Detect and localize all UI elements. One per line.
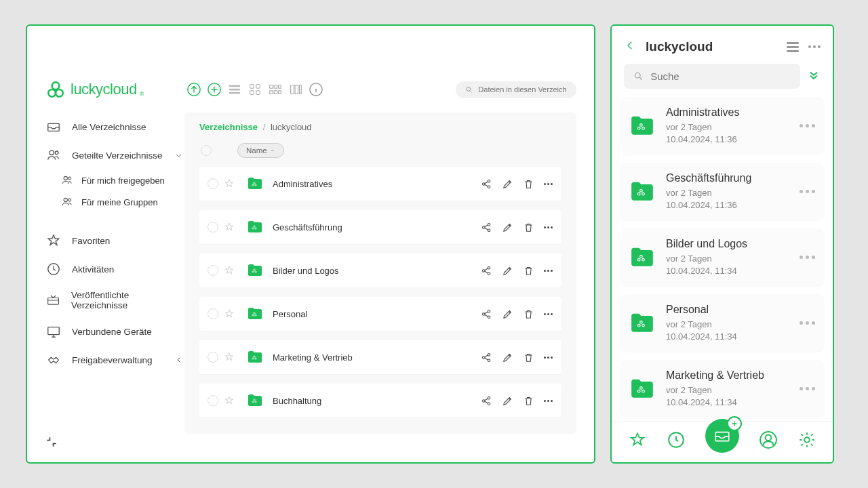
delete-button[interactable] [523, 308, 534, 320]
file-row[interactable]: Marketing & Vertrieb [199, 340, 561, 374]
more-button[interactable] [800, 190, 815, 193]
share-button[interactable] [481, 178, 492, 190]
more-button[interactable] [800, 256, 815, 259]
grid2-icon [268, 82, 283, 97]
delete-button[interactable] [523, 352, 534, 363]
share-button[interactable] [481, 265, 492, 277]
mobile-file-item[interactable]: Bilder und Logos vor 2 Tagen10.04.2024, … [620, 228, 825, 286]
new-button[interactable] [206, 81, 222, 98]
mobile-file-item[interactable]: Geschäftsführung vor 2 Tagen10.04.2024, … [620, 163, 825, 220]
sidebar-item-favorites[interactable]: Favoriten [45, 226, 184, 255]
back-button[interactable] [624, 39, 636, 54]
info-button[interactable] [308, 81, 324, 98]
share-button[interactable] [481, 352, 492, 363]
sort-pill[interactable]: Name [237, 143, 284, 158]
sidebar-item-all[interactable]: Alle Verzeichnisse [45, 113, 184, 141]
delete-button[interactable] [523, 222, 534, 233]
sidebar-item-published[interactable]: Veröffentlichte Verzeichnisse [45, 283, 184, 317]
more-button[interactable] [544, 357, 555, 359]
share-button[interactable] [481, 308, 492, 320]
more-button[interactable] [544, 313, 555, 315]
select-radio[interactable] [208, 395, 218, 406]
mobile-tabbar [612, 421, 833, 462]
edit-button[interactable] [502, 265, 513, 277]
sidebar-item-sharing-admin[interactable]: Freigabeverwaltung [45, 346, 184, 374]
more-button[interactable] [800, 124, 815, 127]
file-row[interactable]: Personal [199, 297, 561, 331]
tab-favorites[interactable] [629, 431, 646, 451]
file-meta: vor 2 Tagen10.04.2024, 11:34 [666, 384, 789, 408]
file-row[interactable]: Buchhaltung [199, 384, 561, 418]
view-grid-button[interactable] [247, 81, 263, 98]
select-all-radio[interactable] [201, 145, 212, 156]
star-icon[interactable] [224, 395, 235, 406]
delete-button[interactable] [523, 178, 534, 190]
search-bar[interactable] [456, 81, 576, 98]
view-columns-button[interactable] [288, 81, 304, 98]
delete-button[interactable] [523, 265, 534, 277]
sidebar-item-shared[interactable]: Geteilte Verzeichnisse [45, 141, 184, 169]
tab-history[interactable] [667, 431, 685, 451]
view-grid2-button[interactable] [267, 81, 283, 98]
brand-name: luckycloud [71, 81, 137, 98]
search-input[interactable] [478, 85, 567, 94]
file-row[interactable]: Bilder und Logos [199, 253, 561, 287]
users-icon [61, 174, 73, 186]
mobile-search-input[interactable] [650, 70, 791, 82]
star-icon[interactable] [224, 178, 235, 189]
sidebar-item-shared-with-me[interactable]: Für mich freigegeben [60, 169, 184, 191]
fab-files[interactable] [705, 419, 739, 453]
folder-icon [629, 376, 655, 402]
more-button[interactable] [800, 321, 815, 325]
mobile-search-bar[interactable] [624, 64, 800, 89]
edit-button[interactable] [502, 352, 513, 363]
file-name: Personal [273, 309, 307, 319]
select-radio[interactable] [208, 222, 218, 232]
edit-button[interactable] [502, 178, 513, 190]
fab-add-button[interactable] [727, 416, 742, 431]
more-button[interactable] [808, 45, 821, 48]
select-radio[interactable] [208, 308, 218, 319]
sidebar-item-activities[interactable]: Aktivitäten [45, 255, 184, 283]
breadcrumb-root[interactable]: Verzeichnisse [199, 122, 258, 132]
mobile-file-item[interactable]: Administratives vor 2 Tagen10.04.2024, 1… [620, 97, 825, 155]
select-radio[interactable] [208, 352, 218, 363]
file-name: Personal [666, 304, 789, 316]
more-button[interactable] [544, 400, 555, 402]
more-button[interactable] [544, 270, 555, 272]
sidebar-item-devices[interactable]: Verbundene Geräte [45, 317, 184, 346]
tab-settings[interactable] [798, 431, 816, 451]
grid-icon [248, 82, 262, 97]
collapse-sidebar-button[interactable] [45, 435, 58, 449]
edit-button[interactable] [502, 308, 513, 320]
drawer-icon [46, 119, 61, 134]
select-radio[interactable] [208, 178, 218, 189]
more-button[interactable] [800, 387, 815, 390]
folder-icon [247, 262, 263, 279]
share-button[interactable] [481, 222, 492, 233]
file-row[interactable]: Administratives [199, 167, 561, 201]
expand-button[interactable] [807, 68, 821, 85]
select-radio[interactable] [208, 265, 218, 276]
upload-button[interactable] [186, 81, 202, 98]
more-button[interactable] [544, 183, 555, 185]
more-button[interactable] [544, 226, 555, 228]
edit-button[interactable] [502, 395, 513, 407]
delete-button[interactable] [523, 395, 534, 407]
mobile-file-item[interactable]: Marketing & Vertrieb vor 2 Tagen10.04.20… [620, 360, 825, 418]
brand-logo[interactable]: luckycloud ® [45, 79, 186, 100]
star-icon[interactable] [224, 265, 235, 276]
share-button[interactable] [481, 395, 492, 407]
star-icon[interactable] [224, 222, 235, 232]
view-list-button[interactable] [226, 81, 243, 98]
edit-button[interactable] [502, 222, 513, 233]
mobile-file-item[interactable]: Personal vor 2 Tagen10.04.2024, 11:34 [620, 294, 825, 352]
file-row[interactable]: Geschäftsführung [199, 210, 561, 244]
folder-icon [629, 245, 655, 270]
tab-profile[interactable] [760, 431, 777, 451]
sidebar-item-my-groups[interactable]: Für meine Gruppen [60, 191, 184, 213]
star-icon[interactable] [224, 352, 235, 363]
menu-button[interactable] [787, 42, 799, 52]
chevron-down-icon [174, 151, 183, 160]
star-icon[interactable] [224, 308, 235, 319]
